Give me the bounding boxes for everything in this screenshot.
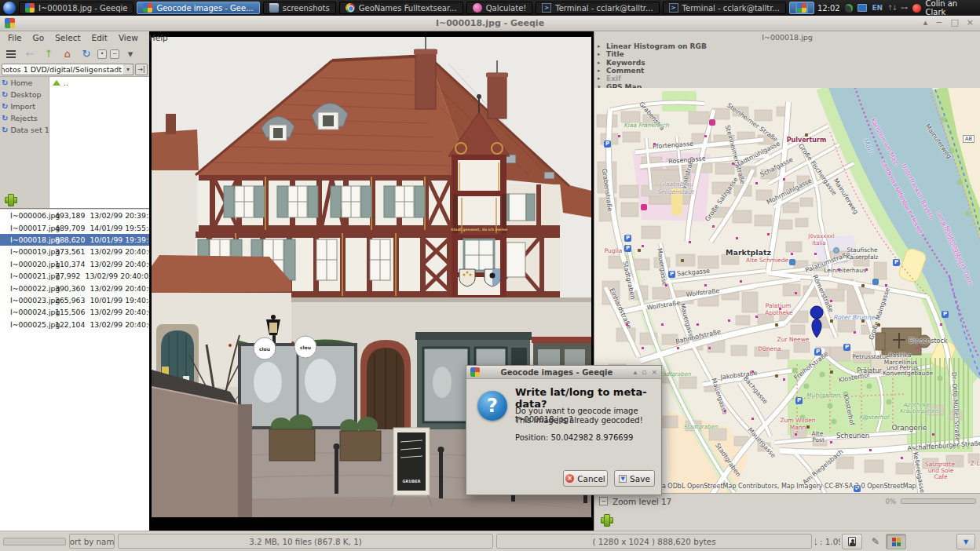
path-go-button[interactable]: →|	[135, 64, 148, 75]
keyboard-layout[interactable]: EN	[872, 4, 883, 12]
menu-select[interactable]: Select	[50, 32, 85, 44]
notifier-tray-icon[interactable]	[912, 4, 920, 13]
section-title[interactable]: ▸Title	[598, 50, 977, 58]
file-row[interactable]: I~000024.jpg115,50613/02/99 20:40:08	[0, 306, 149, 318]
bookmark-desktop[interactable]: ↻Desktop	[0, 89, 49, 100]
window-title: I~000018.jpg - Geeqie	[0, 18, 980, 28]
home-icon[interactable]: ⌂	[60, 46, 75, 61]
window-control-icon[interactable]: □	[950, 17, 958, 27]
bookmark-rejects[interactable]: ↻Rejects	[0, 112, 49, 124]
file-row[interactable]: I~000022.jpg390,36013/02/99 20:40:06	[0, 282, 149, 294]
taskbar-item[interactable]: I~000018.jpg - Geeqie	[19, 2, 133, 14]
display-tray-icon[interactable]	[858, 4, 867, 12]
bookmark-import[interactable]: ↻Import	[0, 100, 49, 112]
map-label: Konventgebäude	[883, 370, 933, 377]
file-row[interactable]: I~000019.jpg373,56113/02/99 20:40:00	[0, 246, 149, 257]
map-label: Apotheker	[903, 402, 931, 408]
section-exif[interactable]: ▸Exif	[598, 75, 977, 82]
menu-view[interactable]: View	[114, 32, 143, 44]
info-sections: ▸Linear Histogram on RGB▸Title▸Keywords▸…	[598, 42, 977, 91]
app-launcher-icon[interactable]	[3, 2, 16, 14]
map-label: Jövaxxxxl	[808, 233, 834, 239]
taskbar-item[interactable]: >Terminal - cclark@talltr...	[536, 2, 659, 14]
add-bookmark-button[interactable]	[5, 194, 16, 205]
section-keywords[interactable]: ▸Keywords	[598, 59, 977, 67]
file-size: 489,709	[55, 224, 85, 232]
bookmark-data-set-1[interactable]: ↻Data set 1	[0, 124, 49, 136]
float-icon[interactable]: •	[97, 49, 107, 59]
cancel-button[interactable]: × Cancel	[563, 470, 608, 487]
map-label: Prälatur	[857, 367, 882, 374]
updates-tray-icon[interactable]	[845, 4, 853, 13]
taskbar-item[interactable]: Qalculate!	[466, 2, 533, 14]
window-control-icon[interactable]: −	[935, 17, 942, 27]
window-control-icon[interactable]: ▴	[923, 17, 928, 27]
dialog-control-icon[interactable]: ▴	[634, 368, 638, 376]
geeqie-icon	[25, 3, 35, 13]
map-label: Bienenstock	[909, 338, 948, 345]
path-dropdown-icon[interactable]: ▾	[123, 64, 133, 75]
file-row[interactable]: I~000025.jpg122,10413/02/99 20:40:08	[0, 319, 149, 330]
dialog-control-icon[interactable]: ×	[651, 368, 657, 376]
window-titlebar[interactable]: I~000018.jpg - Geeqie ▴−□×	[0, 16, 980, 31]
first-image-button[interactable]	[842, 534, 862, 549]
file-size: 373,561	[55, 247, 85, 256]
dialog-control-icon[interactable]: ▫	[642, 368, 646, 376]
up-icon[interactable]: ↑	[41, 46, 57, 61]
section-comment[interactable]: ▸Comment	[598, 67, 977, 75]
image-icon	[848, 537, 856, 546]
poi-dot	[901, 457, 903, 459]
taskbar-item[interactable]: GeoNames Fulltextsear...	[339, 2, 463, 14]
taskbar-items: I~000018.jpg - GeeqieGeocode images - Ge…	[19, 2, 814, 14]
back-icon[interactable]: ←	[22, 46, 38, 61]
poi-dot	[712, 225, 715, 228]
taskbar-item[interactable]: screenshots	[263, 2, 336, 14]
file-name: I~000021.jpg	[0, 272, 55, 280]
zoom-level-label: Zoom level 17	[612, 497, 671, 506]
section-linear-histogram-on-rgb[interactable]: ▸Linear Histogram on RGB	[598, 42, 977, 50]
edit-button[interactable]: ✎	[865, 534, 886, 549]
collapse-map-icon[interactable]: −	[599, 497, 608, 505]
menu-edit[interactable]: Edit	[87, 32, 112, 44]
menu-file[interactable]: File	[3, 32, 27, 44]
more-icon[interactable]: ▾	[122, 46, 138, 61]
menu-help[interactable]: Help	[144, 32, 173, 44]
bookmark-icon: ↻	[2, 102, 8, 111]
hide-icon[interactable]: −	[110, 49, 119, 59]
map-label: Zum Wilden	[780, 417, 815, 424]
color-management-button[interactable]	[886, 534, 906, 549]
dialog-geeqie-icon	[470, 367, 480, 377]
pixel-info-button[interactable]: ▼	[956, 534, 975, 549]
bookmark-icon: ↻	[2, 78, 8, 87]
thumbnails-icon[interactable]	[3, 46, 19, 61]
taskbar-item[interactable]: Geocode images - Gee...	[137, 2, 259, 14]
file-name: I~000022.jpg	[0, 284, 55, 293]
window-control-icon[interactable]: ×	[967, 17, 974, 27]
thumbnails-glyph	[6, 50, 16, 58]
file-row[interactable]: I~000018.jpg888,62010/01/99 19:39:16	[0, 234, 149, 246]
file-row[interactable]: I~000020.jpg110,37413/02/99 20:40:00	[0, 258, 149, 270]
path-input[interactable]: tos/Photos 1 DVD/digital/Seligenstadt	[2, 64, 124, 75]
save-button[interactable]: ▼ Save	[614, 470, 655, 487]
file-row[interactable]: I~000021.jpg77,99213/02/99 20:40:02	[0, 270, 149, 282]
folder-up-item[interactable]: ..	[49, 77, 149, 89]
taskbar-item[interactable]: >Terminal - cclark@talltr...	[663, 2, 786, 14]
file-row[interactable]: I~000017.jpg489,70914/01/99 19:55:42	[0, 221, 149, 233]
parking-icon: P	[624, 235, 631, 242]
file-date: 13/02/99 20:40:08	[85, 308, 149, 316]
dialog-titlebar[interactable]: Geocode images - Geeqie ▴▫×	[466, 366, 661, 379]
sort-selector[interactable]: Sort by name	[69, 534, 115, 549]
connection-tray-icon[interactable]: ⊶	[901, 4, 908, 12]
terminal-icon: >	[542, 3, 551, 13]
photo-text: clou	[259, 346, 270, 352]
file-row[interactable]: I~000023.jpg265,96310/01/99 19:40:46	[0, 294, 149, 306]
taskbar: I~000018.jpg - GeeqieGeocode images - Ge…	[0, 0, 980, 16]
file-row[interactable]: I~000006.jpg493,18913/02/99 20:39:56	[0, 210, 149, 221]
add-pane-button[interactable]	[601, 514, 612, 525]
menu-go[interactable]: Go	[28, 32, 49, 44]
taskbar-item[interactable]	[789, 2, 814, 14]
bookmark-home[interactable]: ↻Home	[0, 77, 49, 89]
network-tray-icon[interactable]: ↑↓	[887, 4, 896, 12]
refresh-icon[interactable]: ↻	[79, 46, 94, 61]
file-name: I~000020.jpg	[0, 260, 55, 268]
